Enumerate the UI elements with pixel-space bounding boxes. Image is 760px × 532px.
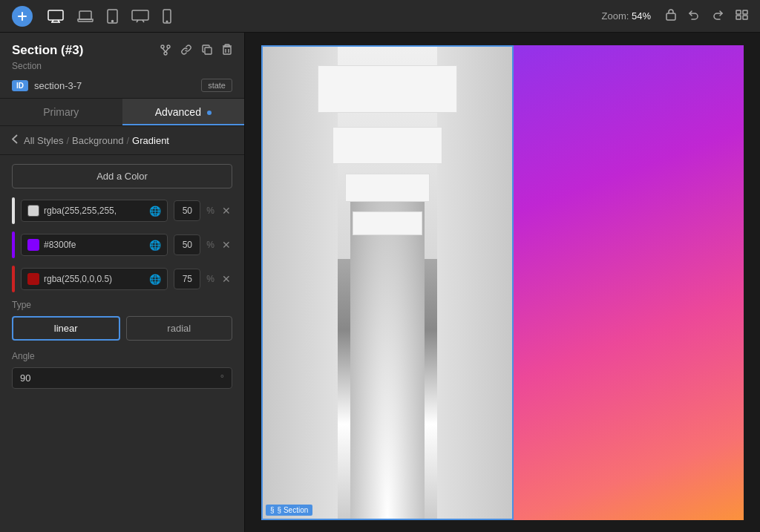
topbar-left: [12, 6, 171, 27]
svg-rect-18: [743, 16, 747, 19]
type-linear-button[interactable]: linear: [12, 316, 120, 341]
ceiling-panel-4: [353, 211, 422, 235]
angle-section: Angle 90 °: [12, 351, 232, 389]
svg-point-8: [112, 20, 114, 22]
id-badge: ID: [12, 80, 28, 91]
color-text-3: rgba(255,0,0,0.5): [44, 274, 145, 284]
svg-point-13: [166, 21, 168, 22]
tab-primary[interactable]: Primary: [0, 99, 122, 125]
zoom-label: Zoom: 54%: [602, 10, 652, 22]
type-radial-button[interactable]: radial: [126, 316, 233, 341]
section-id-value: section-3-7: [34, 80, 195, 91]
color-text-2: #8300fe: [44, 240, 145, 250]
globe-icon-3[interactable]: 🌐: [149, 274, 161, 285]
lock-icon[interactable]: [666, 8, 676, 24]
percent-box-1[interactable]: 50: [174, 200, 200, 221]
color-swatch-2: [27, 239, 39, 251]
color-row-1: rgba(255,255,255, 🌐 50 % ✕: [12, 197, 232, 224]
canvas-wrapper: § § Section: [261, 45, 744, 520]
laptop-icon[interactable]: [77, 10, 94, 23]
ceiling-panel-3: [345, 174, 430, 202]
remove-color-2[interactable]: ✕: [220, 239, 232, 251]
corridor-wall-right: [437, 47, 512, 519]
svg-rect-9: [132, 10, 148, 20]
svg-rect-15: [736, 10, 741, 14]
svg-rect-17: [736, 16, 741, 19]
corridor-wall-left: [263, 47, 338, 519]
breadcrumb-back-icon[interactable]: [12, 134, 18, 147]
mobile-icon[interactable]: [163, 9, 171, 24]
type-section: Type linear radial: [12, 300, 232, 341]
link-icon[interactable]: [180, 44, 192, 58]
section-actions: [160, 44, 232, 58]
corridor-bg: [263, 47, 512, 519]
delete-icon[interactable]: [222, 44, 232, 58]
section-title: Section (#3): [12, 43, 83, 58]
corridor-center: [350, 188, 425, 518]
percent-box-2[interactable]: 50: [174, 234, 200, 255]
main-layout: Section (#3): [0, 33, 760, 532]
undo-icon[interactable]: [688, 9, 700, 24]
color-swatch-1: [27, 205, 39, 217]
remove-color-3[interactable]: ✕: [220, 273, 232, 285]
breadcrumb: All Styles / Background / Gradient: [0, 126, 244, 155]
section-id-row: ID section-3-7 state: [12, 79, 232, 92]
color-value-box-3[interactable]: rgba(255,0,0,0.5) 🌐: [21, 268, 168, 290]
angle-input-row[interactable]: 90 °: [12, 367, 232, 389]
color-bar-1: [12, 197, 15, 224]
add-color-button[interactable]: Add a Color: [12, 164, 232, 188]
disconnect-icon[interactable]: [160, 44, 171, 58]
type-label: Type: [12, 300, 232, 310]
topbar-icons: [666, 8, 748, 24]
add-button[interactable]: [12, 6, 33, 27]
canvas-content: § § Section: [261, 45, 744, 520]
panel-content: Add a Color rgba(255,255,255, 🌐 50 % ✕ #…: [0, 155, 244, 398]
topbar-right: Zoom: 54%: [602, 8, 749, 24]
grid-icon[interactable]: [736, 10, 748, 23]
svg-rect-6: [79, 11, 91, 19]
breadcrumb-gradient[interactable]: Gradient: [132, 135, 169, 146]
breadcrumb-all-styles[interactable]: All Styles: [24, 135, 63, 146]
color-row-3: rgba(255,0,0,0.5) 🌐 75 % ✕: [12, 266, 232, 292]
canvas-image: § § Section: [261, 45, 514, 520]
tabs-row: Primary Advanced: [0, 99, 244, 126]
color-text-1: rgba(255,255,255,: [44, 206, 145, 216]
globe-icon-2[interactable]: 🌐: [149, 240, 161, 251]
tab-advanced[interactable]: Advanced: [122, 99, 245, 125]
breadcrumb-background[interactable]: Background: [72, 135, 123, 146]
color-bar-2: [12, 231, 15, 258]
color-swatch-3: [27, 273, 39, 285]
angle-degree: °: [220, 372, 224, 384]
percent-box-3[interactable]: 75: [174, 269, 200, 289]
angle-label: Angle: [12, 351, 232, 361]
section-header: Section (#3): [0, 33, 244, 99]
color-value-box-2[interactable]: #8300fe 🌐: [21, 234, 168, 256]
angle-value[interactable]: 90: [20, 372, 220, 384]
ceiling-panel-2: [332, 127, 442, 165]
section-icon: §: [270, 506, 275, 514]
section-subtitle: Section: [12, 61, 232, 71]
redo-icon[interactable]: [712, 9, 724, 24]
svg-point-21: [164, 52, 167, 55]
remove-color-1[interactable]: ✕: [220, 205, 232, 217]
type-buttons: linear radial: [12, 316, 232, 341]
section-title-row: Section (#3): [12, 43, 232, 58]
color-value-box-1[interactable]: rgba(255,255,255, 🌐: [21, 200, 168, 222]
canvas-area: § § Section: [245, 33, 760, 532]
canvas-gradient: [514, 45, 744, 520]
svg-rect-16: [743, 10, 747, 14]
percent-sign-3: %: [206, 274, 214, 284]
percent-sign-1: %: [206, 206, 214, 216]
state-button[interactable]: state: [201, 79, 232, 92]
svg-rect-24: [205, 47, 212, 54]
duplicate-icon[interactable]: [201, 44, 213, 58]
globe-icon-1[interactable]: 🌐: [149, 206, 161, 217]
tablet-icon[interactable]: [107, 9, 118, 24]
color-bar-3: [12, 266, 15, 292]
section-badge-text: § Section: [278, 506, 309, 514]
color-row-2: #8300fe 🌐 50 % ✕: [12, 231, 232, 258]
svg-line-22: [163, 48, 166, 52]
svg-line-23: [166, 48, 168, 52]
monitor-wide-icon[interactable]: [131, 10, 149, 23]
desktop-icon[interactable]: [48, 10, 64, 23]
